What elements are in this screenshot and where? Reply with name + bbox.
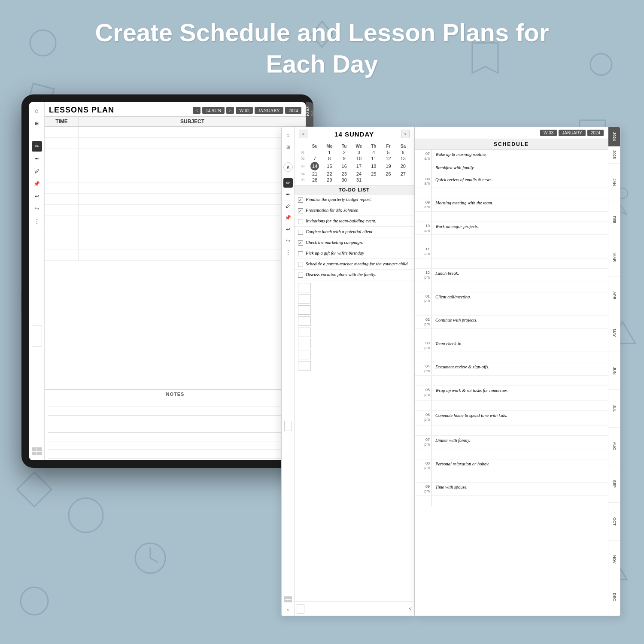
today-date[interactable]: 14 [310, 162, 319, 170]
schedule-row-5pm: 05 pm Wrap up work & set tasks for tomor… [415, 386, 608, 401]
chevron-left-icon2[interactable]: < [409, 606, 412, 612]
checkbox-3[interactable] [298, 219, 303, 224]
notes-line [48, 424, 302, 433]
tablet-device: ⌂ ⊞ ✏ ✒ 🖊 📌 ↩ ↪ ⋮ LESSONS PLAN < [21, 94, 313, 468]
schedule-row-9am: 09 am Morning meeting with the team. [415, 198, 608, 212]
todo-section: TO-DO LIST ✓ Finalize the quarterly budg… [295, 185, 414, 616]
side-tab-may[interactable]: MAY [608, 314, 620, 352]
time-5pm: 05 pm [415, 386, 432, 400]
todo-text-4: Confirm lunch with a potential client. [306, 229, 374, 235]
entry-wrapup: Wrap up work & set tasks for tomorrow. [432, 386, 608, 400]
lp-row [45, 127, 306, 138]
time-3pm: 03 pm [415, 339, 432, 352]
side-tab-aug[interactable]: AUG [608, 428, 620, 465]
side-tab-oct[interactable]: OCT [608, 503, 620, 541]
blank-box-6 [298, 339, 311, 348]
side-tab-sep[interactable]: SEP [608, 465, 620, 503]
pin-icon[interactable]: 📌 [32, 179, 42, 189]
redo-icon2[interactable]: ↪ [283, 236, 293, 246]
grid-icon[interactable]: ⊞ [32, 118, 42, 128]
side-tab-nov[interactable]: NOV [608, 541, 620, 578]
side-tab-2024[interactable]: 2024 [608, 127, 620, 146]
edit-icon2[interactable]: ✒ [283, 190, 293, 199]
time-2pm: 02 pm [415, 316, 432, 328]
schedule-row-4pm: 04 pm Document review & sign-offs. [415, 362, 608, 376]
time-8am: 08 am [415, 175, 432, 188]
more-icon[interactable]: ⋮ [32, 216, 42, 226]
side-tab-jan[interactable]: JAN [608, 164, 620, 201]
schedule-row-3pm-2 [415, 352, 608, 362]
more-icon2[interactable]: ⋮ [283, 248, 293, 257]
redo-icon[interactable]: ↪ [32, 204, 42, 214]
undo-icon2[interactable]: ↩ [283, 225, 293, 234]
marker-icon[interactable]: 🖊 [32, 166, 42, 176]
page-icon2[interactable] [284, 421, 292, 431]
todo-item-2: ✓ Presentation for Mr. Johnson [295, 205, 414, 216]
up-arrow-icon[interactable]: ∧ [283, 162, 293, 172]
time-empty-9 [415, 352, 432, 362]
grid-icon2[interactable]: ⊞ [283, 142, 293, 152]
page-right: W 03 JANUARY 2024 SCHEDULE 07 am Wake up… [414, 127, 620, 616]
page-icon3[interactable] [297, 604, 304, 614]
pencil-icon[interactable]: ✏ [32, 141, 42, 152]
time-7am: 07 am [415, 150, 432, 163]
title-line2: Each Day [34, 49, 610, 80]
pl-prev-btn[interactable]: < [299, 130, 307, 138]
checkbox-6[interactable] [298, 251, 303, 256]
side-tab-mar[interactable]: MAR [608, 239, 620, 277]
week-num-2: 02 [298, 156, 307, 161]
lp-th-time: TIME [45, 117, 79, 126]
side-tab-dec[interactable]: DEC [608, 578, 620, 616]
todo-text-7: Schedule a parent-teacher meeting for th… [306, 261, 409, 267]
checkbox-1[interactable]: ✓ [298, 197, 303, 203]
checkbox-2[interactable]: ✓ [298, 208, 303, 213]
day-fr: Fr [381, 144, 395, 149]
checkbox-7[interactable] [298, 262, 303, 267]
home-icon[interactable]: ⌂ [32, 106, 42, 116]
home-icon2[interactable]: ⌂ [283, 131, 293, 140]
lp-row [45, 205, 306, 216]
lp-row [45, 149, 306, 160]
cal-week-4: 04 21 22 23 24 25 26 27 [298, 171, 410, 176]
side-tab-jun[interactable]: JUN [608, 352, 620, 390]
lp-row [45, 194, 306, 205]
notes-line [48, 416, 302, 424]
schedule-row-2pm-2 [415, 329, 608, 339]
time-empty-4 [415, 235, 432, 245]
layout-icon2[interactable] [284, 596, 292, 602]
checkbox-4[interactable] [298, 230, 303, 235]
checkbox-5[interactable]: ✓ [298, 240, 303, 246]
pl-next-btn[interactable]: > [401, 130, 410, 138]
edit-icon[interactable]: ✒ [32, 154, 42, 164]
lp-nav: < 14 SUN > W 02 JANUARY 2024 [193, 107, 301, 114]
layout-icon[interactable] [32, 447, 42, 455]
schedule-row-4pm-2 [415, 376, 608, 386]
checkbox-8[interactable] [298, 273, 303, 278]
schedule-row-7am-2: Breakfast with family. [415, 163, 608, 175]
side-tab-feb[interactable]: FEB [608, 201, 620, 239]
side-tab-apr[interactable]: APR [608, 276, 620, 314]
time-empty-3 [415, 212, 432, 222]
chevron-left-icon[interactable]: < [286, 607, 289, 612]
side-tab-jul[interactable]: JUL [608, 390, 620, 428]
pin-icon2[interactable]: 📌 [283, 213, 293, 222]
notes-line [48, 407, 302, 416]
day-th: Th [366, 144, 381, 149]
schedule-row-12pm: 12 pm Lunch break. [415, 269, 608, 282]
side-tab-2025[interactable]: 2025 [608, 146, 620, 164]
lp-prev-btn[interactable]: < [193, 107, 200, 114]
lp-next-btn[interactable]: > [226, 107, 234, 114]
schedule-rows: 07 am Wake up & morning routine. Breakfa… [415, 150, 608, 616]
page-icon[interactable] [32, 325, 42, 346]
entry-team-checkin: Team check-in. [432, 339, 608, 352]
notes-line [48, 398, 302, 407]
time-empty-1 [415, 163, 432, 175]
pencil-icon2[interactable]: ✏ [283, 178, 293, 188]
marker-icon2[interactable]: 🖊 [283, 201, 293, 211]
undo-icon[interactable]: ↩ [32, 191, 42, 201]
todo-text-3: Invitations for the team-building event. [306, 218, 376, 224]
schedule-row-10am-2 [415, 235, 608, 245]
blank-box-3 [298, 305, 311, 315]
lp-table-header: TIME SUBJECT [45, 117, 306, 127]
week-num-5: 05 [298, 178, 307, 182]
